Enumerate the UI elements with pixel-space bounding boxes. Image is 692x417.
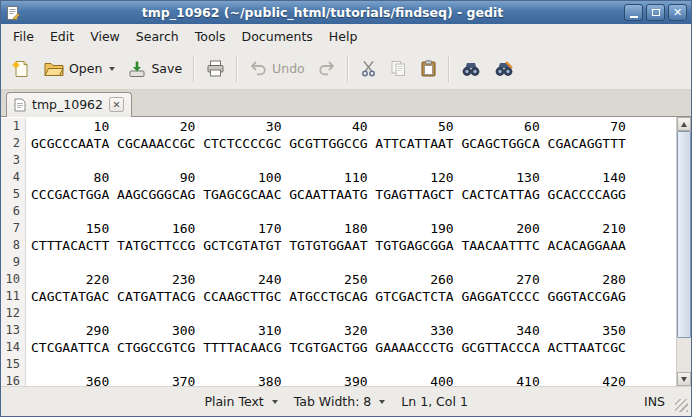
editor: 1 10 20 30 40 50 60 702GCGCCCAATA CGCAAA…	[1, 117, 691, 386]
save-button[interactable]: Save	[122, 55, 188, 83]
line-number: 2	[1, 135, 26, 152]
insert-mode-indicator: INS	[644, 394, 675, 409]
line-number: 3	[1, 152, 26, 169]
line-number: 6	[1, 203, 26, 220]
find-button[interactable]	[455, 56, 487, 82]
editor-line: 9	[1, 254, 676, 271]
new-document-icon	[11, 59, 31, 79]
line-number: 8	[1, 237, 26, 254]
gedit-window: tmp_10962 (~/public_html/tutorials/finds…	[0, 0, 692, 417]
window-title: tmp_10962 (~/public_html/tutorials/finds…	[25, 5, 620, 20]
vertical-scrollbar[interactable]	[676, 117, 691, 386]
code-text: 150 160 170 180 190 200 210	[26, 220, 626, 237]
tab-width-chevron-down-icon	[379, 400, 385, 404]
menu-help[interactable]: Help	[321, 26, 366, 47]
menu-tools[interactable]: Tools	[187, 26, 234, 47]
find-replace-button[interactable]	[488, 56, 520, 82]
scrollbar-thumb[interactable]	[677, 131, 691, 338]
code-text: 360 370 380 390 400 410 420	[26, 373, 626, 386]
tab-close-icon: ✕	[113, 100, 121, 110]
titlebar[interactable]: tmp_10962 (~/public_html/tutorials/finds…	[1, 1, 691, 24]
code-text	[26, 203, 31, 220]
toolbar-separator	[236, 56, 238, 82]
line-number: 4	[1, 169, 26, 186]
editor-line: 10 220 230 240 250 260 270 280	[1, 271, 676, 288]
cursor-position: Ln 1, Col 1	[393, 390, 476, 413]
scroll-up-button[interactable]	[677, 117, 691, 131]
line-number: 11	[1, 288, 26, 305]
tab-close-button[interactable]: ✕	[109, 97, 124, 112]
editor-line: 15	[1, 356, 676, 373]
print-button[interactable]	[200, 55, 231, 82]
menu-view[interactable]: View	[82, 26, 128, 47]
document-icon	[14, 98, 26, 112]
code-text: 80 90 100 110 120 130 140	[26, 169, 626, 186]
close-button[interactable]: ✕	[668, 4, 687, 21]
tab-tmp-10962[interactable]: tmp_10962 ✕	[6, 92, 132, 117]
code-text: 10 20 30 40 50 60 70	[26, 118, 626, 135]
open-chevron-down-icon	[109, 67, 115, 71]
find-replace-icon	[494, 61, 514, 77]
code-text: GCGCCCAATA CGCAAACCGC CTCTCCCCGC GCGTTGG…	[26, 135, 626, 152]
menu-search[interactable]: Search	[128, 26, 187, 47]
language-chevron-down-icon	[272, 400, 278, 404]
tab-width-selector[interactable]: Tab Width: 8	[286, 390, 394, 413]
line-number: 16	[1, 373, 26, 386]
open-button[interactable]: Open	[38, 55, 121, 82]
line-number: 1	[1, 118, 26, 135]
maximize-button[interactable]	[646, 4, 665, 21]
language-label: Plain Text	[204, 394, 263, 409]
maximize-icon	[652, 9, 660, 16]
gedit-app-icon	[5, 5, 21, 21]
copy-button[interactable]	[384, 55, 413, 82]
tab-label: tmp_10962	[32, 97, 103, 112]
code-text: CCCGACTGGA AAGCGGGCAG TGAGCGCAAC GCAATTA…	[26, 186, 626, 203]
line-number: 13	[1, 322, 26, 339]
paste-button[interactable]	[414, 55, 443, 82]
new-document-button[interactable]	[5, 54, 37, 84]
editor-line: 13 290 300 310 320 330 340 350	[1, 322, 676, 339]
minimize-button[interactable]	[624, 4, 643, 21]
code-text: 290 300 310 320 330 340 350	[26, 322, 626, 339]
menu-edit[interactable]: Edit	[42, 26, 82, 47]
undo-button-label: Undo	[272, 61, 305, 76]
resize-grip[interactable]	[675, 399, 688, 412]
close-icon: ✕	[673, 7, 682, 18]
editor-line: 14CTCGAATTCA CTGGCCGTCG TTTTACAACG TCGTG…	[1, 339, 676, 356]
tab-bar: tmp_10962 ✕	[1, 90, 691, 117]
undo-button[interactable]: Undo	[243, 55, 311, 82]
editor-line: 1 10 20 30 40 50 60 70	[1, 118, 676, 135]
scroll-down-button[interactable]	[677, 372, 691, 386]
line-number: 5	[1, 186, 26, 203]
menu-documents[interactable]: Documents	[234, 26, 321, 47]
code-text	[26, 254, 31, 271]
editor-line: 8CTTTACACTT TATGCTTCCG GCTCGTATGT TGTGTG…	[1, 237, 676, 254]
menu-file[interactable]: File	[5, 26, 42, 47]
save-button-label: Save	[151, 61, 182, 76]
scrollbar-track[interactable]	[677, 131, 691, 372]
line-number: 12	[1, 305, 26, 322]
editor-line: 2GCGCCCAATA CGCAAACCGC CTCTCCCCGC GCGTTG…	[1, 135, 676, 152]
arrow-down-icon	[681, 377, 687, 382]
code-text	[26, 305, 31, 322]
code-text: CTCGAATTCA CTGGCCGTCG TTTTACAACG TCGTGAC…	[26, 339, 626, 356]
code-text: CTTTACACTT TATGCTTCCG GCTCGTATGT TGTGTGG…	[26, 237, 626, 254]
menubar: File Edit View Search Tools Documents He…	[1, 24, 691, 48]
tab-width-label: Tab Width: 8	[294, 394, 372, 409]
cut-icon	[360, 60, 377, 77]
editor-line: 11CAGCTATGAC CATGATTACG CCAAGCTTGC ATGCC…	[1, 288, 676, 305]
cut-button[interactable]	[354, 55, 383, 82]
toolbar: Open Save Undo	[1, 48, 691, 90]
line-number: 10	[1, 271, 26, 288]
editor-line: 16 360 370 380 390 400 410 420	[1, 373, 676, 386]
redo-button[interactable]	[312, 55, 342, 82]
paste-icon	[420, 60, 437, 77]
editor-lines[interactable]: 1 10 20 30 40 50 60 702GCGCCCAATA CGCAAA…	[1, 117, 676, 386]
editor-line: 6	[1, 203, 676, 220]
line-number: 15	[1, 356, 26, 373]
undo-icon	[249, 60, 267, 77]
open-button-label: Open	[69, 61, 102, 76]
arrow-up-icon	[681, 122, 687, 127]
language-selector[interactable]: Plain Text	[196, 390, 285, 413]
open-folder-icon	[44, 60, 64, 77]
